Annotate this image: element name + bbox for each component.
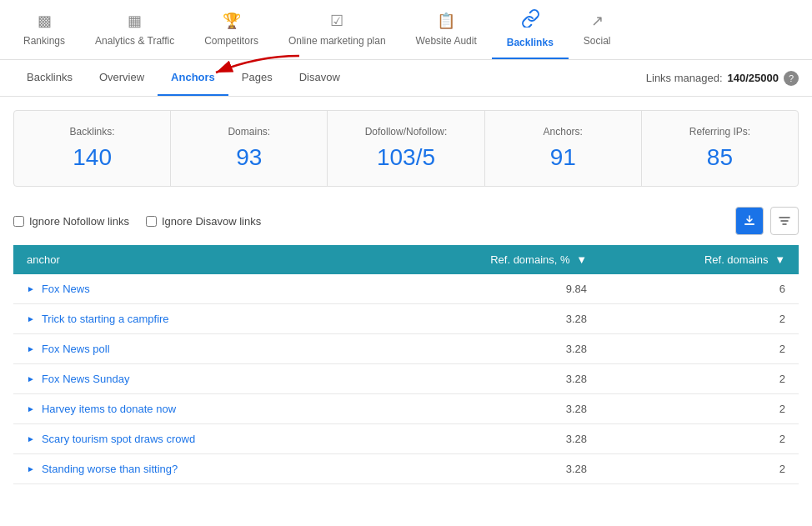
nav-audit-label: Website Audit: [416, 35, 477, 47]
ref-domains-pct-cell: 3.28: [373, 304, 601, 334]
stat-domains: Domains: 93: [171, 111, 328, 186]
stat-backlinks-label: Backlinks:: [23, 126, 162, 138]
links-managed-label: Links managed:: [646, 72, 723, 84]
stat-referring-ips-label: Referring IPs:: [650, 126, 789, 138]
tab-overview[interactable]: Overview: [86, 60, 158, 96]
stat-anchors-label: Anchors:: [494, 126, 633, 138]
sort-arrow-domains: ▼: [774, 253, 785, 266]
expand-arrow[interactable]: ►: [27, 404, 35, 413]
links-managed-value: 140/25000: [728, 72, 779, 84]
ignore-nofollow-checkbox[interactable]: [13, 216, 24, 227]
tab-pages[interactable]: Pages: [228, 60, 286, 96]
ref-domains-cell: 6: [600, 274, 799, 304]
expand-arrow[interactable]: ►: [27, 374, 35, 383]
sort-arrow-pct: ▼: [576, 253, 587, 266]
anchor-link[interactable]: Harvey items to donate now: [42, 403, 176, 415]
col-ref-domains-pct[interactable]: Ref. domains, % ▼: [373, 245, 601, 274]
table-row: ► Fox News 9.846: [13, 274, 799, 304]
ignore-disavow-label[interactable]: Ignore Disavow links: [146, 215, 261, 228]
nav-marketing-label: Online marketing plan: [288, 35, 386, 47]
info-icon[interactable]: ?: [784, 71, 799, 86]
ref-domains-cell: 2: [600, 424, 799, 454]
nav-backlinks[interactable]: Backlinks: [492, 0, 569, 59]
links-managed: Links managed: 140/25000 ?: [646, 71, 799, 86]
social-icon: ↗: [591, 12, 604, 30]
stat-dofollow-value: 103/5: [336, 144, 475, 171]
ref-domains-cell: 2: [600, 334, 799, 364]
filter-button[interactable]: [770, 207, 799, 235]
filter-icon: [778, 214, 791, 228]
expand-arrow[interactable]: ►: [27, 434, 35, 443]
filters-right: [735, 207, 799, 235]
nav-analytics[interactable]: ▦ Analytics & Traffic: [80, 0, 189, 59]
anchor-link[interactable]: Standing worse than sitting?: [42, 463, 178, 475]
expand-arrow[interactable]: ►: [27, 314, 35, 323]
anchor-cell: ► Fox News: [13, 274, 373, 304]
table-row: ► Trick to starting a campfire 3.282: [13, 304, 799, 334]
ref-domains-cell: 2: [600, 304, 799, 334]
filters-left: Ignore Nofollow links Ignore Disavow lin…: [13, 215, 261, 228]
backlinks-icon: [521, 9, 539, 32]
stat-domains-label: Domains:: [179, 126, 318, 138]
anchor-link[interactable]: Fox News poll: [42, 343, 110, 355]
top-navigation: ▩ Rankings ▦ Analytics & Traffic 🏆 Compe…: [0, 0, 812, 60]
anchor-link[interactable]: Fox News Sunday: [42, 373, 130, 385]
filters-row: Ignore Nofollow links Ignore Disavow lin…: [0, 200, 812, 245]
anchors-table: anchor Ref. domains, % ▼ Ref. domains ▼ …: [13, 245, 799, 484]
col-ref-domains[interactable]: Ref. domains ▼: [600, 245, 799, 274]
tab-backlinks[interactable]: Backlinks: [13, 60, 86, 96]
ignore-disavow-checkbox[interactable]: [146, 216, 157, 227]
stats-bar: Backlinks: 140 Domains: 93 Dofollow/Nofo…: [13, 110, 799, 187]
anchor-link[interactable]: Scary tourism spot draws crowd: [42, 433, 195, 445]
svg-rect-1: [744, 223, 754, 225]
stat-referring-ips-value: 85: [650, 144, 789, 171]
ref-domains-cell: 2: [600, 394, 799, 424]
nav-rankings-label: Rankings: [23, 35, 65, 47]
ignore-nofollow-label[interactable]: Ignore Nofollow links: [13, 215, 129, 228]
stat-backlinks-value: 140: [23, 144, 162, 171]
stat-referring-ips: Referring IPs: 85: [642, 111, 798, 186]
nav-social-label: Social: [584, 35, 611, 47]
anchor-cell: ► Standing worse than sitting?: [13, 454, 373, 484]
stat-anchors-value: 91: [494, 144, 633, 171]
marketing-icon: ☑: [330, 12, 343, 30]
col-anchor: anchor: [13, 245, 373, 274]
sub-navigation: Backlinks Overview Anchors Pages Disavow: [0, 60, 812, 97]
ref-domains-cell: 2: [600, 364, 799, 394]
anchor-cell: ► Harvey items to donate now: [13, 394, 373, 424]
nav-social[interactable]: ↗ Social: [569, 0, 626, 59]
anchor-link[interactable]: Trick to starting a campfire: [42, 313, 169, 325]
ref-domains-cell: 2: [600, 454, 799, 484]
tab-disavow[interactable]: Disavow: [286, 60, 353, 96]
sub-nav-tabs: Backlinks Overview Anchors Pages Disavow: [13, 60, 353, 96]
nav-backlinks-label: Backlinks: [507, 37, 554, 48]
nav-rankings[interactable]: ▩ Rankings: [8, 0, 80, 59]
ref-domains-pct-cell: 9.84: [373, 274, 601, 304]
table-row: ► Fox News Sunday 3.282: [13, 364, 799, 394]
rankings-icon: ▩: [38, 12, 52, 30]
table-row: ► Harvey items to donate now 3.282: [13, 394, 799, 424]
expand-arrow[interactable]: ►: [27, 284, 35, 293]
anchor-cell: ► Fox News poll: [13, 334, 373, 364]
nav-marketing[interactable]: ☑ Online marketing plan: [273, 0, 401, 59]
expand-arrow[interactable]: ►: [27, 344, 35, 353]
export-button[interactable]: [735, 207, 764, 235]
stat-backlinks: Backlinks: 140: [14, 111, 171, 186]
nav-analytics-label: Analytics & Traffic: [95, 35, 174, 47]
ref-domains-pct-cell: 3.28: [373, 364, 601, 394]
anchor-cell: ► Trick to starting a campfire: [13, 304, 373, 334]
tab-anchors[interactable]: Anchors: [158, 60, 228, 96]
ref-domains-pct-cell: 3.28: [373, 454, 601, 484]
anchor-link[interactable]: Fox News: [42, 283, 90, 295]
nav-competitors[interactable]: 🏆 Competitors: [189, 0, 273, 59]
expand-arrow[interactable]: ►: [27, 464, 35, 473]
analytics-icon: ▦: [128, 12, 142, 30]
nav-competitors-label: Competitors: [204, 35, 258, 47]
stat-dofollow: Dofollow/Nofollow: 103/5: [328, 111, 484, 186]
ref-domains-pct-cell: 3.28: [373, 334, 601, 364]
table-row: ► Standing worse than sitting? 3.282: [13, 454, 799, 484]
table-row: ► Scary tourism spot draws crowd 3.282: [13, 424, 799, 454]
audit-icon: 📋: [437, 12, 455, 30]
nav-audit[interactable]: 📋 Website Audit: [401, 0, 492, 59]
table-wrapper: anchor Ref. domains, % ▼ Ref. domains ▼ …: [0, 245, 812, 484]
